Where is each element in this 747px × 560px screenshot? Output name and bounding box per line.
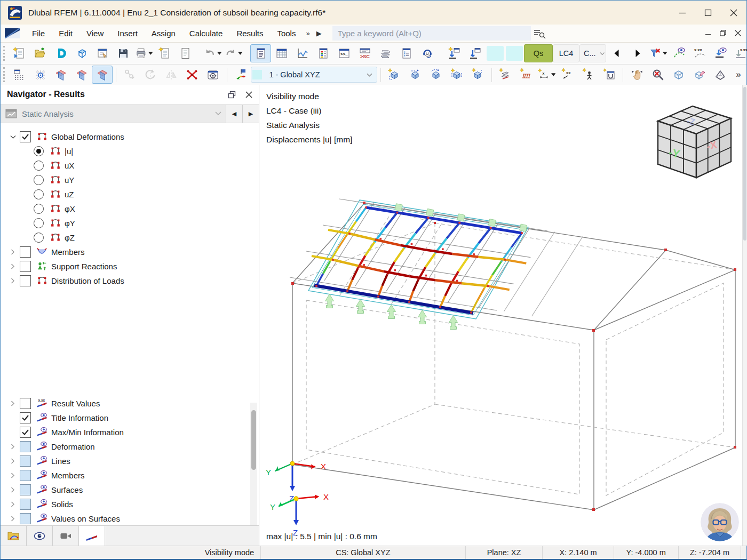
tree-item-solids[interactable]: Solids: [1, 497, 248, 511]
tree-item-phi-z[interactable]: φZ: [1, 230, 248, 245]
navigation-cube[interactable]: -Y -X -Z: [658, 106, 731, 178]
checkbox-support-reactions[interactable]: [20, 261, 31, 272]
resize-grip[interactable]: [741, 546, 746, 559]
navigator-scrollbar[interactable]: [250, 403, 257, 531]
grid-button[interactable]: [9, 66, 29, 84]
viewport-scrollbar[interactable]: [742, 85, 747, 546]
load-case-button[interactable]: LC4: [553, 44, 579, 62]
tree-item-phi-y[interactable]: φY: [1, 216, 248, 230]
tree-item-phi-x[interactable]: φX: [1, 202, 248, 216]
tree-item-surfaces[interactable]: Surfaces: [1, 483, 248, 497]
dlubal-center-button[interactable]: [50, 44, 71, 62]
toolbar-drag-handle[interactable]: [3, 67, 5, 82]
deformation-values-toggle[interactable]: x.xx: [731, 44, 747, 62]
copy-block-button[interactable]: [447, 66, 467, 84]
previous-case-button[interactable]: [606, 44, 627, 62]
model-viewport[interactable]: X Y Z X Y Z: [259, 85, 747, 546]
menu-view[interactable]: View: [80, 25, 110, 42]
menu-insert[interactable]: Insert: [110, 25, 145, 42]
radio-phi-x[interactable]: [34, 204, 44, 214]
new-load-button[interactable]: [444, 44, 465, 62]
checkbox-values-on-surfaces[interactable]: [20, 513, 31, 524]
printout-report-button[interactable]: [175, 44, 196, 62]
work-plane-xy-button[interactable]: [50, 66, 71, 84]
tree-item-u-x[interactable]: uX: [1, 158, 248, 173]
menu-edit[interactable]: Edit: [52, 25, 80, 42]
maximize-button[interactable]: [695, 1, 721, 25]
select-objects-button[interactable]: [120, 66, 140, 84]
checkbox-title-information[interactable]: [20, 412, 31, 423]
delete-nodes-button[interactable]: [182, 66, 203, 84]
tree-item-maxmin-information[interactable]: Max/Min Information: [1, 425, 248, 439]
toolbar2-overflow-button[interactable]: »: [730, 66, 746, 84]
radio-u-x[interactable]: [34, 161, 44, 171]
load-swatch-2[interactable]: [506, 46, 523, 61]
checkbox-members[interactable]: [20, 246, 31, 258]
console-button[interactable]: >>_: [333, 44, 354, 62]
checkbox-global-deformations[interactable]: [20, 131, 31, 142]
menu-calculate[interactable]: Calculate: [182, 25, 230, 42]
print-button[interactable]: [133, 44, 154, 62]
menu-assign[interactable]: Assign: [145, 25, 182, 42]
display-settings-button[interactable]: [203, 66, 224, 84]
chevron-collapsed-icon[interactable]: [11, 458, 15, 464]
dimension-xx-button[interactable]: xx: [557, 66, 578, 84]
mirror-objects-button[interactable]: [161, 66, 182, 84]
coordinate-system-combo[interactable]: 1 - Global XYZ: [251, 67, 377, 83]
load-type-button[interactable]: Qs: [524, 44, 553, 62]
new-model-button[interactable]: [9, 44, 29, 62]
search-input[interactable]: [332, 26, 531, 41]
tree-item-deformation[interactable]: Deformation: [1, 439, 248, 454]
open-model-button[interactable]: [29, 44, 50, 62]
next-case-button[interactable]: [627, 44, 648, 62]
search-icon[interactable]: [533, 27, 547, 40]
rotate-objects-button[interactable]: [140, 66, 161, 84]
menu-tools[interactable]: Tools: [270, 25, 303, 42]
chevron-collapsed-icon[interactable]: [11, 263, 15, 269]
chevron-collapsed-icon[interactable]: [11, 501, 15, 507]
checkbox-distribution-of-loads[interactable]: [20, 275, 31, 286]
tab-data[interactable]: [1, 526, 27, 546]
tree-item-title-information[interactable]: Title Information: [1, 411, 248, 425]
new-dimension-button[interactable]: [495, 66, 515, 84]
work-plane-xz-button[interactable]: [71, 66, 92, 84]
result-diagrams-button[interactable]: [292, 44, 313, 62]
tab-camera[interactable]: [53, 526, 79, 546]
lists-button[interactable]: [396, 44, 417, 62]
checkbox-result-values[interactable]: [20, 398, 31, 409]
chevron-collapsed-icon[interactable]: [11, 444, 15, 450]
case-combo[interactable]: C...: [579, 44, 606, 62]
edit-view-button[interactable]: [689, 66, 710, 84]
load-swatch-1[interactable]: [487, 46, 504, 61]
chevron-collapsed-icon[interactable]: [11, 487, 15, 493]
float-panel-icon[interactable]: [225, 87, 239, 101]
script-console-button[interactable]: >SC: [354, 44, 375, 62]
tree-item-members[interactable]: Members: [1, 245, 248, 259]
isometric-view-button[interactable]: [710, 66, 730, 84]
tree-item-members-display[interactable]: Members: [1, 468, 248, 483]
show-loads-button[interactable]: [465, 44, 486, 62]
chevron-collapsed-icon[interactable]: [11, 473, 15, 478]
navigator-toggle[interactable]: [250, 44, 271, 62]
close-panel-icon[interactable]: [242, 87, 256, 101]
layers-button[interactable]: [375, 44, 396, 62]
move-block-button[interactable]: [426, 66, 447, 84]
tree-item-u-z[interactable]: uZ: [1, 187, 248, 202]
result-values-toggle[interactable]: x.xx: [689, 44, 710, 62]
tree-item-global-deformations[interactable]: Global Deformations: [1, 130, 248, 144]
pan-view-button[interactable]: [626, 66, 647, 84]
wireframe-view-button[interactable]: [668, 66, 689, 84]
color-panel-toggle[interactable]: [313, 44, 333, 62]
previous-analysis-button[interactable]: ◀: [226, 105, 242, 123]
clipping-window-button[interactable]: [599, 66, 619, 84]
save-button[interactable]: [113, 44, 133, 62]
radio-u-y[interactable]: [34, 175, 44, 185]
checkbox-solids[interactable]: [20, 499, 31, 510]
tab-results[interactable]: [79, 526, 105, 546]
menu-overflow-chevrons[interactable]: »: [303, 29, 313, 37]
filter-results-button[interactable]: [648, 44, 669, 62]
radio-phi-z[interactable]: [34, 233, 44, 243]
new-grid-dimension-button[interactable]: [515, 66, 536, 84]
modify-block-button[interactable]: [467, 66, 488, 84]
child-close-button[interactable]: [735, 29, 741, 38]
